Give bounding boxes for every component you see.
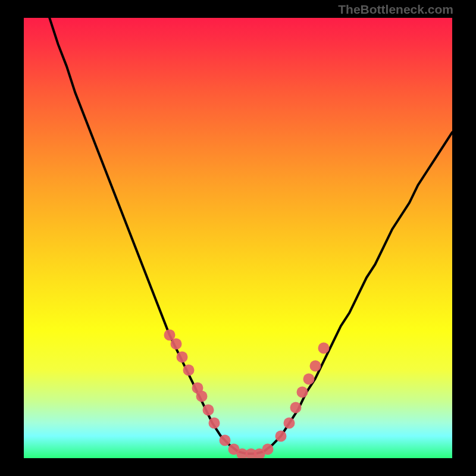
data-point bbox=[209, 417, 220, 428]
data-point bbox=[202, 404, 214, 415]
data-point bbox=[309, 360, 321, 371]
data-point bbox=[290, 402, 302, 413]
data-point bbox=[196, 391, 207, 402]
data-point bbox=[284, 417, 295, 428]
data-point bbox=[297, 387, 308, 398]
data-point bbox=[262, 444, 274, 455]
data-point bbox=[177, 351, 188, 362]
bottleneck-curve bbox=[24, 18, 452, 458]
data-point bbox=[303, 373, 314, 384]
watermark-text: TheBottleneck.com bbox=[338, 2, 453, 17]
data-point bbox=[275, 431, 287, 442]
data-point bbox=[318, 343, 330, 354]
plot-area bbox=[24, 18, 452, 458]
data-point bbox=[183, 365, 195, 376]
data-point bbox=[170, 338, 181, 349]
data-point bbox=[220, 435, 231, 446]
